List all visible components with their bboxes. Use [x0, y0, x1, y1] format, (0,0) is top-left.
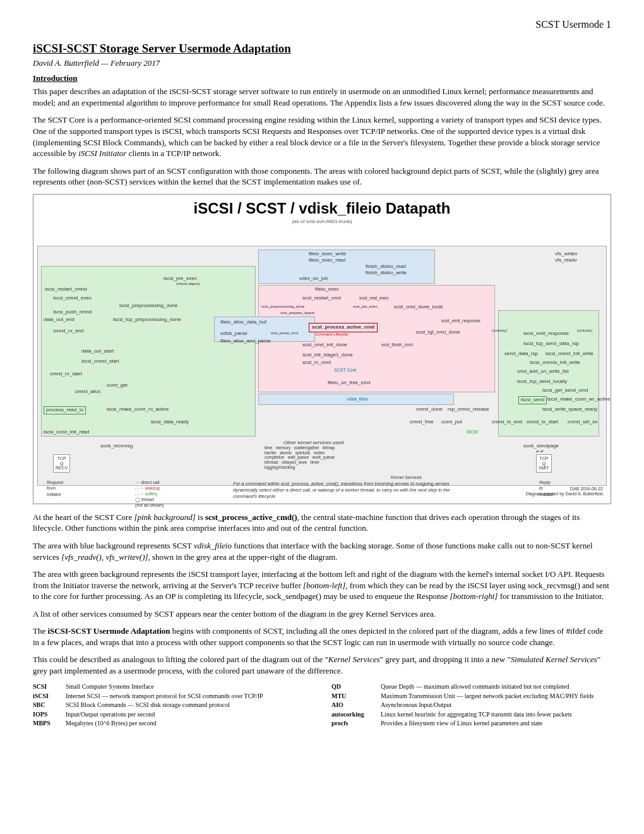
glossary-def: Internet SCSI — network transport protoc…: [66, 692, 313, 701]
glossary-term: QD: [331, 682, 381, 691]
glossary-row: autocorkingLinux kernel heuristic for ag…: [331, 710, 611, 719]
para-3: The following diagram shows part of an S…: [33, 166, 611, 188]
para-7: A list of other services consumed by SCS…: [33, 608, 611, 620]
glossary-left: SCSISmall Computer Systems InterfaceiSCS…: [33, 682, 313, 728]
glossary-def: Small Computer Systems Interface: [66, 682, 313, 691]
glossary-term: autocorking: [331, 710, 381, 719]
page-title: iSCSI-SCST Storage Server Usermode Adapt…: [33, 40, 611, 57]
glossary-def: Provides a filesystem view of Linux kern…: [381, 719, 611, 728]
glossary-term: MTU: [331, 692, 381, 701]
glossary-def: Linux kernel heuristic for aggregating T…: [381, 710, 611, 719]
glossary-row: IOPSInput/Output operations per second: [33, 710, 313, 719]
glossary-row: MBPSMegabytes (10^6 Bytes) per second: [33, 719, 313, 728]
glossary-term: AIO: [331, 701, 381, 710]
byline: David A. Butterfield — February 2017: [33, 57, 611, 69]
glossary-def: Asynchronous Input/Output: [381, 701, 611, 710]
glossary-row: procfsProvides a filesystem view of Linu…: [331, 719, 611, 728]
page-header: SCST Usermode 1: [33, 18, 611, 32]
diagram-subtitle: (as of scst-svn-6901-trunk): [37, 219, 607, 226]
para-9: This could be described as analogous to …: [33, 654, 611, 676]
para-8: The iSCSI-SCST Usermode Adaptation begin…: [33, 626, 611, 648]
glossary-row: AIOAsynchronous Input/Output: [331, 701, 611, 710]
glossary-row: SCSISmall Computer Systems Interface: [33, 682, 313, 691]
glossary-term: SBC: [33, 701, 66, 710]
intro-heading: Introduction: [33, 73, 611, 84]
para-2: The SCST Core is a performance-oriented …: [33, 114, 611, 159]
glossary-def: Maximum Transmission Unit — largest netw…: [381, 692, 611, 701]
diagram-body: fileio_exec_write fileio_exec_read vfs_w…: [37, 228, 607, 500]
glossary-def: Megabytes (10^6 Bytes) per second: [66, 719, 313, 728]
glossary-def: Input/Output operations per second: [66, 710, 313, 719]
glossary-row: SBCSCSI Block Commands — SCSI disk stora…: [33, 701, 313, 710]
glossary-row: QDQueue Depth — maximum allowed commands…: [331, 682, 611, 691]
glossary-term: MBPS: [33, 719, 66, 728]
glossary: SCSISmall Computer Systems InterfaceiSCS…: [33, 682, 611, 728]
glossary-term: IOPS: [33, 710, 66, 719]
diagram-title: iSCSI / SCST / vdisk_fileio Datapath: [37, 198, 607, 219]
para-6: The area with green background represent…: [33, 569, 611, 602]
glossary-def: Queue Depth — maximum allowed commands i…: [381, 682, 611, 691]
para-1: This paper describes an adaptation of th…: [33, 86, 611, 108]
glossary-row: iSCSIInternet SCSI — network transport p…: [33, 692, 313, 701]
datapath-diagram: iSCSI / SCST / vdisk_fileio Datapath (as…: [33, 194, 611, 504]
glossary-term: procfs: [331, 719, 381, 728]
glossary-term: SCSI: [33, 682, 66, 691]
glossary-def: SCSI Block Commands — SCSI disk storage …: [66, 701, 313, 710]
para-4: At the heart of the SCST Core [pink back…: [33, 512, 611, 534]
glossary-term: iSCSI: [33, 692, 66, 701]
para-5: The area with blue background represents…: [33, 540, 611, 562]
glossary-right: QDQueue Depth — maximum allowed commands…: [331, 682, 611, 728]
glossary-row: MTUMaximum Transmission Unit — largest n…: [331, 692, 611, 701]
